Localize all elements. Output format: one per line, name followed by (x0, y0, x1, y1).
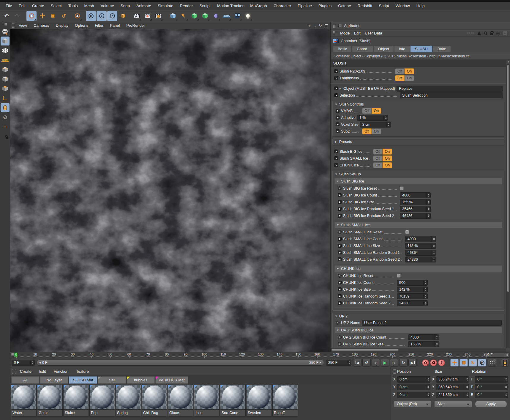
subgroup-header[interactable]: ▼Slush SMALL Ice (335, 222, 502, 228)
group-header[interactable]: ▼Slush Set-up (333, 171, 504, 177)
parameter-dot-icon[interactable] (338, 335, 342, 339)
animation-track-icon[interactable] (338, 281, 342, 284)
maximize-view-icon[interactable] (325, 24, 328, 27)
viewport-menu-filter[interactable]: Filter (92, 22, 106, 29)
stepper-arrows-icon[interactable] (465, 392, 469, 398)
animation-track-icon[interactable] (338, 244, 342, 248)
material-menu-edit[interactable]: Edit (36, 367, 49, 375)
material-menu-create[interactable]: Create (17, 367, 35, 375)
collapse-icon[interactable]: ▼ (337, 329, 340, 332)
group-header[interactable]: ▼UP 2 (333, 313, 504, 319)
pen-spline-button[interactable] (179, 11, 189, 21)
material-preview-sphere[interactable] (273, 385, 298, 409)
edit-render-settings-button[interactable] (153, 11, 163, 21)
value-field[interactable]: 4000 (408, 334, 439, 340)
y-axis-button[interactable]: Y (97, 11, 107, 21)
animation-track-icon[interactable] (336, 129, 340, 133)
layer-tab-all[interactable]: All (11, 376, 40, 384)
rotation-field[interactable]: 0 ° (475, 376, 508, 383)
value-field[interactable]: 4000 (400, 192, 431, 198)
attributes-horizontal-scrollbar[interactable] (331, 348, 506, 352)
material-water[interactable]: Water (11, 385, 37, 417)
stepper-arrows-icon[interactable] (426, 206, 430, 212)
ruler-grip[interactable] (11, 353, 14, 357)
parameter-dot-icon[interactable] (338, 274, 342, 278)
tab-info[interactable]: Info (394, 45, 410, 53)
animation-track-icon[interactable] (338, 200, 342, 204)
undo-button[interactable]: ↶ (1, 11, 12, 21)
new-panel-icon[interactable]: + (503, 31, 507, 35)
text-field[interactable]: User Preset 2 (362, 320, 502, 326)
edges-mode-button[interactable] (1, 75, 10, 84)
camera-button[interactable] (232, 11, 242, 21)
material-preview-sphere[interactable] (194, 385, 219, 409)
animation-track-icon[interactable] (334, 93, 338, 97)
tab-bake[interactable]: Bake (433, 45, 451, 53)
material-preview-sphere[interactable] (64, 385, 89, 409)
size-mode-dropdown[interactable]: Size (434, 401, 472, 408)
scroll-up-arrow-icon[interactable]: ▲ (506, 60, 510, 64)
redo-button[interactable]: ↷ (12, 11, 22, 21)
material-preview-sphere[interactable] (37, 385, 62, 409)
layer-tab-no-layer[interactable]: No Layer (40, 376, 68, 384)
stepper-arrows-icon[interactable] (504, 384, 508, 390)
next-frame-button[interactable]: ▷ (390, 359, 398, 366)
toggle-on-button[interactable]: On (383, 155, 392, 161)
parameter-dot-icon[interactable] (338, 230, 342, 234)
viewport[interactable] (10, 29, 330, 352)
expand-icon[interactable]: ▶ (335, 140, 338, 143)
animation-track-icon[interactable] (334, 163, 338, 167)
toggle-on-button[interactable]: On (372, 128, 381, 134)
animation-track-icon[interactable] (338, 257, 342, 261)
size-field[interactable]: 241.859 cm (436, 392, 469, 398)
material-preview-sphere[interactable] (90, 385, 115, 409)
menu-help[interactable]: Help (413, 2, 428, 10)
attributes-vertical-scrollbar[interactable]: ▲ (506, 60, 510, 348)
scale-button[interactable] (48, 11, 58, 21)
texture-mode-button[interactable] (1, 46, 10, 55)
stepper-arrows-icon[interactable] (426, 377, 430, 382)
toggle-off-button[interactable]: Off (362, 128, 372, 134)
axis-mode-button[interactable] (1, 94, 10, 103)
attributes-menu-grip[interactable] (333, 31, 336, 35)
range-start-handle-icon[interactable] (39, 361, 41, 364)
material-preview-sphere[interactable] (11, 385, 36, 409)
panel-grip[interactable] (333, 23, 336, 28)
collapse-icon[interactable]: ▼ (337, 180, 340, 183)
material-menu-grip[interactable] (12, 369, 15, 374)
value-field[interactable]: 1 % (357, 115, 388, 121)
menu-script[interactable]: Script (375, 2, 392, 10)
stepper-arrows-icon[interactable] (505, 353, 509, 357)
menu-plugins[interactable]: Plugins (315, 2, 335, 10)
animation-track-icon[interactable] (338, 301, 342, 305)
animation-track-icon[interactable] (338, 207, 342, 211)
toggle-off-button[interactable]: Off (362, 108, 372, 114)
lock-workplane-button[interactable] (1, 132, 10, 141)
rotation-field[interactable]: 0 ° (475, 384, 508, 390)
stepper-arrows-icon[interactable] (426, 193, 430, 198)
scrollbar-thumb[interactable] (507, 65, 509, 292)
stepper-arrows-icon[interactable] (423, 287, 427, 292)
animation-track-icon[interactable] (338, 237, 342, 241)
animation-track-icon[interactable] (334, 156, 338, 160)
rotate-view-icon[interactable]: ↻ (319, 23, 322, 27)
toolbar-grip[interactable] (4, 23, 7, 26)
navigate-up-icon[interactable] (477, 31, 481, 35)
viewport-menu-prorender[interactable]: ProRender (123, 22, 148, 29)
previous-frame-button[interactable]: ◁ (372, 359, 380, 366)
material-preview-sphere[interactable] (142, 385, 167, 409)
animation-track-icon[interactable] (336, 109, 340, 113)
zoom-view-icon[interactable]: ↕ (314, 23, 316, 27)
collapse-icon[interactable]: ▼ (337, 267, 340, 270)
value-field[interactable]: 3 cm (360, 122, 391, 128)
stepper-arrows-icon[interactable] (386, 122, 391, 127)
snap-settings-button[interactable] (1, 113, 10, 122)
menu-render[interactable]: Render (176, 2, 196, 10)
layer-tab-bubbles[interactable]: bubbles (127, 376, 155, 384)
apply-button[interactable]: Apply (475, 401, 507, 408)
subgroup-header[interactable]: ▼UP 2 Slush BIG Ice (335, 327, 502, 333)
animation-track-icon[interactable] (336, 116, 340, 119)
material-icee[interactable]: Icee (194, 385, 220, 417)
menu-mesh[interactable]: Mesh (81, 2, 97, 10)
menu-octane[interactable]: Octane (335, 2, 354, 10)
